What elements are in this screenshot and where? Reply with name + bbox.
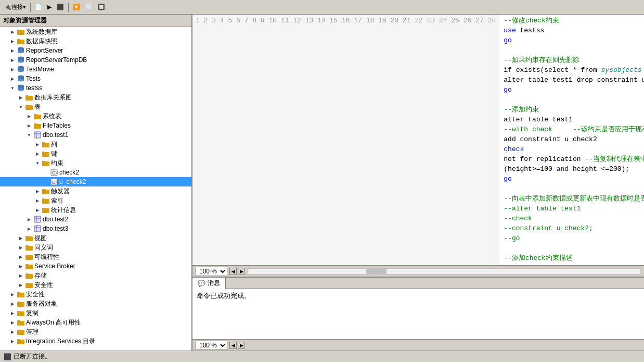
expand-btn-system-db[interactable]: ▶ (8, 28, 17, 36)
status-zoom-right[interactable]: ▶ (238, 342, 245, 349)
expand-btn-management[interactable]: ▶ (8, 328, 17, 336)
tree-item-alwayson[interactable]: ▶AlwaysOn 高可用性 (0, 318, 191, 327)
expand-btn-alwayson[interactable]: ▶ (8, 318, 17, 327)
tree-item-columns[interactable]: ▶列 (0, 140, 191, 149)
tree-area[interactable]: ▶系统数据库▶数据库快照▶ReportServer▶ReportServerTe… (0, 27, 191, 351)
expand-btn-programmability[interactable]: ▶ (17, 253, 25, 261)
expand-btn-dbo-test2[interactable]: ▶ (25, 215, 33, 223)
h-scrollbar-thumb[interactable] (366, 269, 387, 274)
tree-item-indexes[interactable]: ▶索引 (0, 196, 191, 205)
expand-btn-statistics[interactable]: ▶ (33, 206, 42, 214)
expand-btn-testss[interactable]: ▼ (8, 84, 17, 92)
tree-item-file-tables[interactable]: ▶FileTables (0, 121, 191, 130)
tree-item-triggers[interactable]: ▶触发器 (0, 186, 191, 196)
expand-btn-report-server[interactable]: ▶ (8, 46, 17, 55)
svg-text:CK: CK (52, 180, 58, 185)
tree-label-tests: Tests (26, 75, 41, 82)
execute-button[interactable]: ▶ (45, 2, 54, 12)
tree-item-security-top[interactable]: ▶安全性 (0, 290, 191, 299)
options2-button[interactable]: 🔲 (96, 2, 107, 12)
expand-btn-report-server-tempdb[interactable]: ▶ (8, 56, 17, 64)
tree-item-service-broker[interactable]: ▶Service Broker (0, 261, 191, 271)
expand-btn-integration-services[interactable]: ▶ (8, 337, 17, 345)
tree-item-tests[interactable]: ▶Tests (0, 74, 191, 83)
expand-btn-columns[interactable]: ▶ (33, 140, 42, 148)
tree-item-report-server-tempdb[interactable]: ▶ReportServerTempDB (0, 55, 191, 65)
options2-icon: 🔲 (98, 4, 105, 10)
expand-btn-snapshot[interactable]: ▶ (8, 37, 17, 45)
tree-item-statistics[interactable]: ▶统计信息 (0, 205, 191, 215)
tree-item-server-objects[interactable]: ▶服务器对象 (0, 299, 191, 308)
icon-testmovie (17, 66, 25, 73)
svg-rect-59 (25, 264, 29, 266)
tree-item-dbo-test2[interactable]: ▶dbo.test2 (0, 215, 191, 224)
expand-btn-system-tables[interactable]: ▶ (25, 112, 33, 120)
icon-server-objects (17, 300, 25, 307)
tree-item-report-server[interactable]: ▶ReportServer (0, 46, 191, 55)
status-zoom-left[interactable]: ◀ (229, 342, 237, 349)
tree-item-storage[interactable]: ▶存储 (0, 271, 191, 280)
expand-btn-tests[interactable]: ▶ (8, 74, 17, 83)
tree-item-testss[interactable]: ▼testss (0, 83, 191, 93)
tree-item-synonyms[interactable]: ▶同义词 (0, 243, 191, 252)
tree-item-constraints[interactable]: ▼约束 (0, 158, 191, 168)
status-zoom-select[interactable]: 100 % 75 % 150 % (196, 341, 227, 350)
expand-btn-table-folder[interactable]: ▼ (17, 103, 25, 111)
expand-btn-server-objects[interactable]: ▶ (8, 299, 17, 308)
tree-label-storage: 存储 (34, 271, 47, 280)
svg-rect-31 (42, 142, 45, 144)
tree-item-keys[interactable]: ▶键 (0, 149, 191, 158)
tree-item-dbo-test1[interactable]: ▼dbo.test1 (0, 130, 191, 140)
stop-button[interactable]: ⬛ (55, 2, 66, 12)
zoom-right-arrow[interactable]: ▶ (238, 268, 245, 275)
svg-rect-33 (42, 152, 45, 153)
expand-btn-indexes[interactable]: ▶ (33, 196, 42, 205)
tree-item-views-folder[interactable]: ▶视图 (0, 233, 191, 243)
filter-button[interactable]: 🔽 (71, 2, 82, 12)
tree-item-replication[interactable]: ▶复制 (0, 308, 191, 318)
messages-tab[interactable]: 💬 消息 (192, 278, 226, 289)
icon-service-broker (25, 263, 33, 270)
new-query-button[interactable]: 📄 (33, 2, 44, 12)
tree-item-system-db[interactable]: ▶系统数据库 (0, 27, 191, 36)
zoom-left-arrow[interactable]: ◀ (229, 268, 237, 275)
tree-item-snapshot[interactable]: ▶数据库快照 (0, 36, 191, 46)
tree-item-table-folder[interactable]: ▼表 (0, 102, 191, 111)
tree-item-programmability[interactable]: ▶可编程性 (0, 252, 191, 261)
tree-label-indexes: 索引 (51, 196, 63, 205)
expand-btn-file-tables[interactable]: ▶ (25, 121, 33, 130)
tree-item-check2[interactable]: CKcheck2 (0, 168, 191, 177)
expand-btn-security-top[interactable]: ▶ (8, 290, 17, 298)
expand-btn-testmovie[interactable]: ▶ (8, 65, 17, 73)
tree-item-testmovie[interactable]: ▶TestMovie (0, 65, 191, 74)
tree-item-u-check2[interactable]: CKu_check2 (0, 177, 191, 186)
new-query-icon: 📄 (35, 4, 42, 10)
expand-btn-keys[interactable]: ▶ (33, 149, 42, 158)
expand-btn-triggers[interactable]: ▶ (33, 187, 42, 195)
expand-btn-constraints[interactable]: ▼ (33, 159, 42, 167)
tree-label-system-db: 系统数据库 (26, 28, 57, 36)
tree-label-columns: 列 (51, 140, 57, 149)
expand-btn-service-broker[interactable]: ▶ (17, 262, 25, 270)
expand-btn-storage[interactable]: ▶ (17, 271, 25, 280)
expand-btn-synonyms[interactable]: ▶ (17, 243, 25, 252)
tree-item-integration-services[interactable]: ▶Integration Services 目录 (0, 336, 191, 346)
tree-item-dbo-test3[interactable]: ▶dbo.test3 (0, 224, 191, 233)
zoom-select[interactable]: 100 % 75 % 150 % (196, 267, 227, 276)
expand-btn-replication[interactable]: ▶ (8, 309, 17, 317)
tree-item-management[interactable]: ▶管理 (0, 327, 191, 336)
code-editor[interactable]: --修改check约束 use testss go --如果约束存在则先删除 i… (499, 15, 644, 265)
expand-btn-db-diagram[interactable]: ▶ (17, 93, 25, 102)
expand-btn-dbo-test1[interactable]: ▼ (25, 131, 33, 139)
expand-btn-dbo-test3[interactable]: ▶ (25, 224, 33, 233)
svg-rect-1 (17, 30, 20, 31)
expand-btn-views-folder[interactable]: ▶ (17, 234, 25, 242)
options1-button[interactable]: ⬜ (83, 2, 95, 12)
tree-item-security[interactable]: ▶安全性 (0, 280, 191, 290)
output-content: 命令已成功完成。 (192, 289, 644, 339)
connect-button[interactable]: 🔌 连接 ▾ (2, 2, 28, 13)
expand-btn-security[interactable]: ▶ (17, 281, 25, 289)
tree-item-system-tables[interactable]: ▶系统表 (0, 111, 191, 121)
h-scrollbar-track[interactable] (247, 268, 641, 274)
tree-item-db-diagram[interactable]: ▶数据库关系图 (0, 93, 191, 102)
